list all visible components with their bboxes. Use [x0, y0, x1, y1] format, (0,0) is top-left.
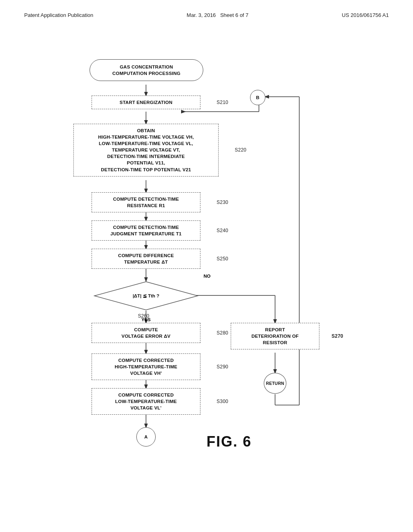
- s280-box: COMPUTE VOLTAGE ERROR ΔV S280: [92, 323, 200, 343]
- start-node-text: GAS CONCENTRATION COMPUTATION PROCESSING: [113, 64, 181, 76]
- s270-text: REPORT DETERIORATION OF RESISTOR: [251, 327, 298, 345]
- date-label: Mar. 3, 2016: [187, 12, 216, 18]
- page-header: Patent Application Publication Mar. 3, 2…: [24, 12, 389, 18]
- s300-text: COMPUTE CORRECTED LOW-TEMPERATURE-TIME V…: [115, 393, 177, 410]
- s220-text: OBTAIN HIGH-TEMPERATURE-TIME VOLTAGE VH,…: [98, 128, 194, 172]
- s300-box: COMPUTE CORRECTED LOW-TEMPERATURE-TIME V…: [92, 388, 200, 415]
- s240-box: COMPUTE DETECTION-TIME JUDGMENT TEMPERAT…: [92, 220, 200, 241]
- a-circle-text: A: [144, 434, 148, 440]
- s300-label: S300: [217, 398, 228, 405]
- s270-box: REPORT DETERIORATION OF RESISTOR S270: [231, 323, 319, 349]
- s210-label: S210: [217, 99, 228, 106]
- s250-box: COMPUTE DIFFERENCE TEMPERATURE ΔT S250: [92, 249, 200, 269]
- s240-text: COMPUTE DETECTION-TIME JUDGMENT TEMPERAT…: [111, 225, 181, 236]
- s260-text: |ΔT| ≦ Tth ?: [133, 293, 159, 299]
- s260-no-label: NO: [204, 274, 211, 278]
- publication-label: Patent Application Publication: [24, 12, 93, 18]
- s210-text: START ENERGIZATION: [120, 100, 173, 105]
- sheet-label: Sheet 6 of 7: [220, 12, 248, 18]
- s260-diamond: |ΔT| ≦ Tth ? YES NO S260: [94, 281, 198, 311]
- s240-label: S240: [217, 227, 228, 234]
- s250-label: S250: [217, 256, 228, 262]
- s290-box: COMPUTE CORRECTED HIGH-TEMPERATURE-TIME …: [92, 353, 200, 380]
- header-left: Patent Application Publication: [24, 12, 93, 18]
- a-circle: A: [136, 427, 156, 447]
- flow-svg: [25, 34, 388, 490]
- return-circle: RETURN: [264, 373, 286, 394]
- s290-text: COMPUTE CORRECTED HIGH-TEMPERATURE-TIME …: [115, 358, 177, 376]
- start-node: GAS CONCENTRATION COMPUTATION PROCESSING: [90, 59, 203, 81]
- s290-label: S290: [217, 364, 228, 370]
- s280-text: COMPUTE VOLTAGE ERROR ΔV: [121, 327, 170, 339]
- b-circle: B: [250, 90, 265, 105]
- s220-label: S220: [235, 147, 246, 154]
- s230-text: COMPUTE DETECTION-TIME RESISTANCE R1: [113, 197, 179, 208]
- return-circle-text: RETURN: [266, 380, 284, 387]
- s230-box: COMPUTE DETECTION-TIME RESISTANCE R1 S23…: [92, 192, 200, 212]
- s220-box: OBTAIN HIGH-TEMPERATURE-TIME VOLTAGE VH,…: [73, 124, 219, 177]
- s270-label: S270: [332, 333, 343, 340]
- flowchart: GAS CONCENTRATION COMPUTATION PROCESSING…: [25, 34, 388, 490]
- page: Patent Application Publication Mar. 3, 2…: [0, 0, 413, 532]
- header-center: Mar. 3, 2016 Sheet 6 of 7: [187, 12, 248, 18]
- figure-label: FIG. 6: [206, 433, 252, 450]
- s250-text: COMPUTE DIFFERENCE TEMPERATURE ΔT: [118, 253, 174, 264]
- header-right: US 2016/061756 A1: [342, 12, 389, 18]
- s230-label: S230: [217, 199, 228, 206]
- s280-label: S280: [217, 330, 228, 337]
- s210-box: START ENERGIZATION S210: [92, 96, 200, 109]
- patent-number: US 2016/061756 A1: [342, 12, 389, 18]
- s260-label: S260: [138, 313, 149, 319]
- b-circle-text: B: [256, 94, 260, 101]
